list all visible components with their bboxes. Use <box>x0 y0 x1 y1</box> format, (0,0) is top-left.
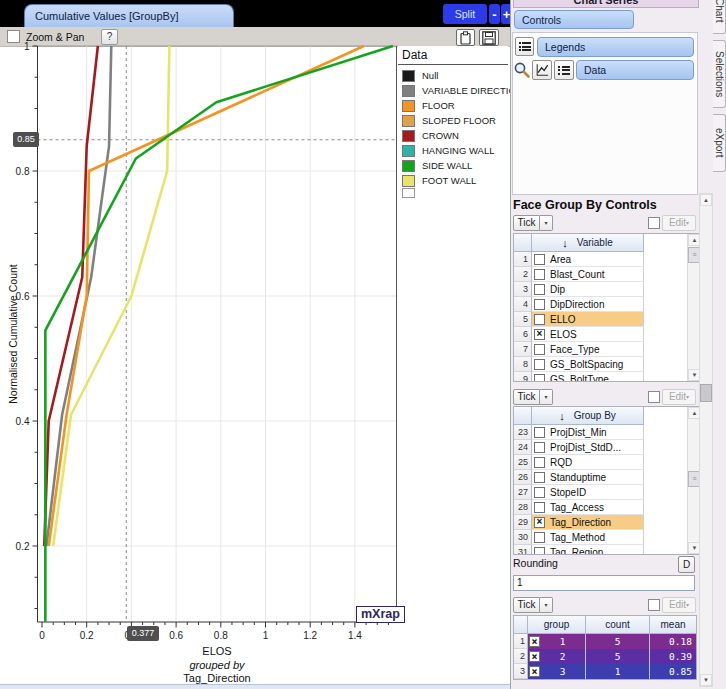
row-cell[interactable]: Area <box>532 252 644 267</box>
row-cell[interactable]: ELLO <box>532 312 644 327</box>
table-row[interactable]: 28Tag_Access <box>514 500 700 515</box>
row-cell[interactable]: Dip <box>532 282 644 297</box>
search-icon[interactable] <box>513 61 531 79</box>
legend-entry[interactable]: SIDE WALL <box>398 158 508 173</box>
row-checkbox[interactable] <box>534 269 545 280</box>
row-checkbox[interactable] <box>534 442 545 453</box>
results-row[interactable]: 3×310.85 <box>514 664 696 679</box>
group-cell[interactable]: ×2 <box>528 649 586 664</box>
table-row[interactable]: 1Area <box>514 252 700 267</box>
table-row[interactable]: 4DipDirection <box>514 297 700 312</box>
row-checkbox[interactable] <box>534 344 545 355</box>
legend-entry[interactable]: HANGING WALL <box>398 143 508 158</box>
tick-dropdown-icon[interactable]: ▾ <box>540 597 553 613</box>
row-cell[interactable]: ×ELOS <box>532 327 644 342</box>
edit-button[interactable]: Edit▾ <box>662 597 696 613</box>
table-row[interactable]: 5ELLO <box>514 312 700 327</box>
table-row[interactable]: 9GS_BoltType <box>514 372 700 382</box>
row-checkbox[interactable]: × <box>529 651 540 662</box>
row-checkbox[interactable] <box>534 427 545 438</box>
row-cell[interactable]: Tag_Access <box>532 500 644 515</box>
row-cell[interactable]: Tag_Method <box>532 530 644 545</box>
group-cell[interactable]: ×1 <box>528 634 586 649</box>
row-cell[interactable]: Tag_Region <box>532 545 644 555</box>
tick-dropdown-icon[interactable]: ▾ <box>540 389 553 405</box>
legends-list-button[interactable] <box>515 37 534 56</box>
scrollbar-thumb[interactable] <box>700 384 712 402</box>
edit-button[interactable]: Edit▾ <box>662 389 696 405</box>
tab-export[interactable]: eXport <box>713 114 726 172</box>
scroll-down-icon[interactable]: ▼ <box>700 674 712 686</box>
table-row[interactable]: 30Tag_Method <box>514 530 700 545</box>
row-checkbox[interactable]: × <box>534 517 545 528</box>
tick-button[interactable]: Tick <box>513 389 540 405</box>
row-checkbox[interactable]: × <box>529 666 540 677</box>
tick-dropdown-icon[interactable]: ▾ <box>540 215 553 231</box>
table-row[interactable]: 29×Tag_Direction <box>514 515 700 530</box>
line-chart-button[interactable] <box>532 60 552 80</box>
row-checkbox[interactable] <box>534 487 545 498</box>
sort-arrow-icon[interactable]: ↓ <box>562 237 568 249</box>
results-row[interactable]: 2×250.39 <box>514 649 696 664</box>
legend-entry[interactable]: Null <box>398 68 508 83</box>
table-row[interactable]: 7Face_Type <box>514 342 700 357</box>
tab-selections[interactable]: Selections <box>713 40 726 108</box>
section-checkbox[interactable] <box>648 217 660 229</box>
data-button[interactable]: Data <box>576 60 694 80</box>
table-row[interactable]: 6×ELOS <box>514 327 700 342</box>
table-row[interactable]: 26Standuptime <box>514 470 700 485</box>
row-checkbox[interactable] <box>534 532 545 543</box>
row-checkbox[interactable] <box>534 284 545 295</box>
row-checkbox[interactable] <box>534 299 545 310</box>
row-checkbox[interactable] <box>534 254 545 265</box>
section-checkbox[interactable] <box>648 391 660 403</box>
data-list-button[interactable] <box>554 60 574 80</box>
row-checkbox[interactable] <box>534 359 545 370</box>
row-cell[interactable]: ProjDist_StdD... <box>532 440 644 455</box>
row-checkbox[interactable] <box>534 547 545 556</box>
row-cell[interactable]: Standuptime <box>532 470 644 485</box>
row-cell[interactable]: StopeID <box>532 485 644 500</box>
legend-entry[interactable]: CROWN <box>398 128 508 143</box>
row-checkbox[interactable] <box>534 374 545 383</box>
table-row[interactable]: 25RQD <box>514 455 700 470</box>
row-cell[interactable]: Blast_Count <box>532 267 644 282</box>
rounding-d-button[interactable]: D <box>678 556 695 573</box>
row-checkbox[interactable]: × <box>529 636 540 647</box>
table-row[interactable]: 2Blast_Count <box>514 267 700 282</box>
table-row[interactable]: 8GS_BoltSpacing <box>514 357 700 372</box>
controls-button[interactable]: Controls <box>514 10 634 29</box>
tick-button[interactable]: Tick <box>513 215 540 231</box>
table-row[interactable]: 31Tag_Region <box>514 545 700 555</box>
group-cell[interactable]: ×3 <box>528 664 586 679</box>
table-row[interactable]: 24ProjDist_StdD... <box>514 440 700 455</box>
row-cell[interactable]: RQD <box>532 455 644 470</box>
row-cell[interactable]: GS_BoltSpacing <box>532 357 644 372</box>
legends-button[interactable]: Legends <box>537 37 694 57</box>
edit-button[interactable]: Edit▾ <box>662 215 696 231</box>
row-cell[interactable]: ProjDist_Min <box>532 425 644 440</box>
legend-entry[interactable]: FOOT WALL <box>398 173 508 188</box>
scroll-up-icon[interactable]: ▲ <box>700 194 712 206</box>
legend-entry[interactable]: FLOOR <box>398 98 508 113</box>
tab-chart[interactable]: Chart <box>713 0 726 34</box>
table-row[interactable]: 27StopeID <box>514 485 700 500</box>
row-checkbox[interactable]: × <box>534 329 545 340</box>
legend-entry[interactable]: SLOPED FLOOR <box>398 113 508 128</box>
row-checkbox[interactable] <box>534 472 545 483</box>
row-cell[interactable]: Face_Type <box>532 342 644 357</box>
row-cell[interactable]: DipDirection <box>532 297 644 312</box>
results-row[interactable]: 1×150.18 <box>514 634 696 649</box>
row-checkbox[interactable] <box>534 457 545 468</box>
legend-entry[interactable]: VARIABLE DIRECTION <box>398 83 508 98</box>
tick-button[interactable]: Tick <box>513 597 540 613</box>
row-cell[interactable]: ×Tag_Direction <box>532 515 644 530</box>
row-checkbox[interactable] <box>534 314 545 325</box>
panel-scrollbar[interactable]: ▲ ▼ <box>699 193 713 687</box>
rounding-input[interactable]: 1 <box>513 575 695 591</box>
section-checkbox[interactable] <box>648 599 660 611</box>
table-row[interactable]: 3Dip <box>514 282 700 297</box>
row-cell[interactable]: GS_BoltType <box>532 372 644 382</box>
sort-arrow-icon[interactable]: ↓ <box>559 410 565 422</box>
row-checkbox[interactable] <box>534 502 545 513</box>
